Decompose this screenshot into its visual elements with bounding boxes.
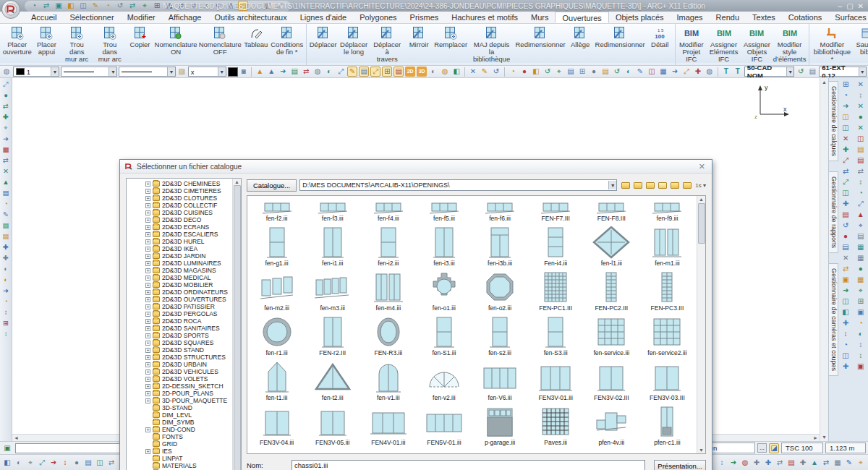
tab-lignes-d-aide[interactable]: Lignes d'aide <box>294 12 354 23</box>
home-icon[interactable]: ◐ <box>428 67 438 77</box>
pan-right-icon[interactable]: ⊞ <box>577 67 587 77</box>
highlight-orange-icon[interactable]: ▤ <box>238 1 248 11</box>
viewport-split-icon[interactable]: ✚ <box>798 458 808 468</box>
print-preview-icon[interactable]: ✎ <box>90 1 101 11</box>
ribbon-button-trou-dans-mur-arc[interactable]: Trou dans mur arc <box>93 25 127 63</box>
copy-icon[interactable]: ⇄ <box>127 1 137 11</box>
ribbon-button-placer-appui[interactable]: Placer appui <box>33 25 60 56</box>
tree-item[interactable]: +2D&3D DECO <box>145 216 232 223</box>
snap-x-icon[interactable]: ✚ <box>1 253 12 263</box>
maximize-button[interactable]: ▢ <box>846 2 853 10</box>
info-icon[interactable]: ⤢ <box>336 67 346 77</box>
catalog-item[interactable]: fen-service.iii <box>584 312 639 357</box>
ribbon-button-remplacer[interactable]: Remplacer <box>433 25 469 48</box>
catalog-item[interactable]: FEN-PC1.III <box>528 268 584 312</box>
grid-big-icon[interactable]: ▤ <box>854 144 867 155</box>
pen-table-combo[interactable]: 50-CAD NOM▼ <box>744 67 794 77</box>
select-icon[interactable]: ⊞ <box>840 79 852 90</box>
move-z-icon[interactable]: ➜ <box>840 101 852 111</box>
catalog-item[interactable]: FEN-F8.III <box>584 196 639 223</box>
catalog-item[interactable]: fen-S1.iii <box>416 312 472 357</box>
catalog-item[interactable]: fen-f3.iii <box>305 196 360 223</box>
snap-curve-icon[interactable]: ● <box>72 458 82 468</box>
drawing-sheet-icon[interactable]: ↕ <box>250 1 260 11</box>
moon-icon[interactable]: ◐ <box>854 328 867 339</box>
grid-vertical-scrollbar[interactable]: ▲▼ <box>697 196 705 453</box>
tree-item[interactable]: +2D&3D CUISINES <box>145 209 232 216</box>
catalog-item[interactable]: FEN3V-04.iii <box>249 402 305 447</box>
ext-combo[interactable]: 61-EXT 0.12▼ <box>819 67 867 77</box>
copy-view-icon[interactable]: ▤ <box>1 188 12 198</box>
side-tab-gestionnaire-de-rapports[interactable]: Gestionnaire de rapports <box>829 171 838 253</box>
tree-item[interactable]: +2D&3D OUVERTURES <box>145 296 232 303</box>
catalog-item[interactable]: FEN-PC2.III <box>584 268 639 312</box>
visibility-icon[interactable]: ↺ <box>213 1 224 11</box>
tree-expand-icon[interactable]: + <box>145 181 150 187</box>
catalog-item[interactable]: fen-m2.iii <box>249 268 305 312</box>
viewport-blue-icon[interactable]: ⌖ <box>856 458 866 468</box>
tg-on-icon[interactable]: T <box>721 67 731 77</box>
dim-2-icon[interactable]: ◔ <box>854 187 867 198</box>
wave-icon[interactable]: ▣ <box>854 361 867 372</box>
minimize-button[interactable]: – <box>838 2 843 10</box>
tree-item[interactable]: +IES <box>145 448 232 455</box>
edit-poly-icon[interactable]: ◫ <box>840 111 852 122</box>
flower-icon[interactable]: ▤ <box>393 67 404 77</box>
viewport-grid-icon[interactable]: ▲ <box>809 458 820 468</box>
axis-small-icon[interactable]: ▤ <box>1 221 12 231</box>
paste-icon[interactable]: ⌖ <box>140 1 150 11</box>
catalog-item[interactable]: Paves.iii <box>528 402 584 447</box>
snap-arc2-icon[interactable]: ◐ <box>1 275 12 285</box>
walk-1-icon[interactable]: ◫ <box>840 296 852 307</box>
arc-2-icon[interactable]: ⌖ <box>854 285 867 296</box>
dim-arc-icon[interactable]: ⌖ <box>854 220 867 231</box>
l-angle-icon[interactable]: ↺ <box>491 67 501 77</box>
fly-icon[interactable]: ◫ <box>840 350 852 361</box>
folder-plain-icon[interactable] <box>681 180 692 190</box>
sketch-icon[interactable]: ✕ <box>854 101 867 111</box>
catalog-item[interactable]: FEN-R3.iii <box>360 312 416 357</box>
tree-expand-icon[interactable]: + <box>145 355 150 360</box>
edit-home-icon[interactable]: ⤢ <box>840 176 852 187</box>
dialog-close-icon[interactable]: ✕ <box>697 162 707 171</box>
tab-modifier[interactable]: Modifier <box>121 12 162 23</box>
side-tab-gestionnaire-de-calques[interactable]: Gestionnaire de calques <box>829 81 838 161</box>
eye-icon[interactable]: ◍ <box>705 67 715 77</box>
close-button[interactable]: ✕ <box>858 2 864 10</box>
catalog-item[interactable]: fen-t1.iii <box>249 357 305 402</box>
catalog-item[interactable]: fen-i3.iii <box>416 223 472 268</box>
runner-1-icon[interactable]: ✕ <box>840 252 852 263</box>
ribbon-button-redimensionner[interactable]: Redimensionner <box>514 25 566 48</box>
catalog-item[interactable]: FEN-F7.III <box>528 196 584 223</box>
catalog-item[interactable]: fen-m1.iii <box>639 223 695 268</box>
globe-2-icon[interactable]: ➜ <box>840 285 852 296</box>
arc-4-icon[interactable]: ▣ <box>854 307 867 317</box>
tree-expand-icon[interactable]: + <box>145 312 150 317</box>
tree-item[interactable]: +2D&3D IKEA <box>145 245 232 252</box>
tree-expand-icon[interactable]: + <box>145 362 150 367</box>
catalog-item[interactable]: fen-g1.iii <box>249 223 305 268</box>
tab-surfaces[interactable]: Surfaces <box>828 12 868 23</box>
side-tab-gestionnaire-de-cam-ras-et-coupes[interactable]: Gestionnaire de caméras et coupes <box>829 263 838 376</box>
catalog-item[interactable]: fen-o2.iii <box>472 268 528 312</box>
ribbon-button-d-placer[interactable]: Déplacer <box>308 25 339 48</box>
tree-item[interactable]: +2D&3D CHEMINEES <box>145 180 232 187</box>
zoom-prev-icon[interactable]: ⌖ <box>554 67 564 77</box>
catalog-item[interactable]: FEN3V-05.iii <box>305 402 360 447</box>
catalog-item[interactable]: p-garage.iii <box>472 402 528 447</box>
catalog-item[interactable]: pfen-c1.iii <box>639 402 695 447</box>
catalog-item[interactable]: fen-S3.iii <box>528 312 584 357</box>
cascade-icon[interactable]: ● <box>1 90 12 101</box>
blocks-icon[interactable]: ◧ <box>263 1 273 11</box>
catalog-item[interactable]: fen-f9.iii <box>639 196 695 223</box>
view-cube3-icon[interactable]: ↺ <box>612 67 622 77</box>
pink-box-icon[interactable]: ✕ <box>854 122 867 133</box>
tree-expand-icon[interactable]: + <box>145 218 150 223</box>
viewport-a-icon[interactable]: ▦ <box>1 145 12 155</box>
tree-item[interactable]: +2D&3D SPORTS <box>145 332 232 339</box>
tree-item[interactable]: +2D&3D PATISSIER <box>145 303 232 310</box>
tree-item[interactable]: +2D&3D JARDIN <box>145 252 232 260</box>
leaf-icon[interactable]: ➜ <box>670 67 680 77</box>
layer-combo[interactable]: 1▼ <box>13 67 59 77</box>
edit-arc-icon[interactable]: ◫ <box>840 122 852 133</box>
